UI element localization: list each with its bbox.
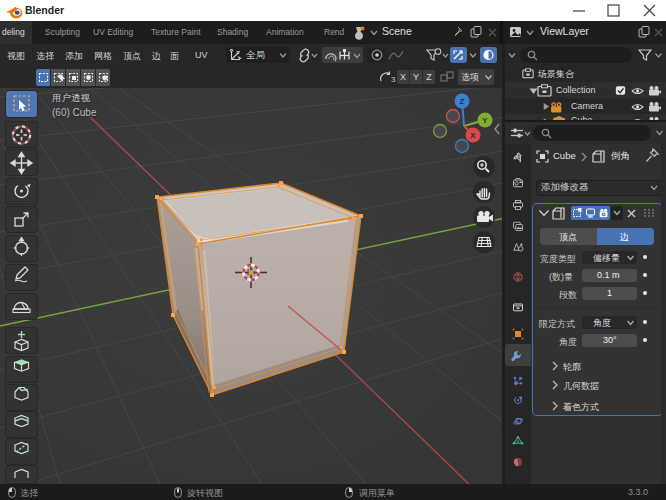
svg-text:X: X xyxy=(470,131,476,140)
svg-text:3: 3 xyxy=(391,75,396,84)
svg-text:Y: Y xyxy=(482,116,488,125)
svg-text:Z: Z xyxy=(460,97,465,106)
